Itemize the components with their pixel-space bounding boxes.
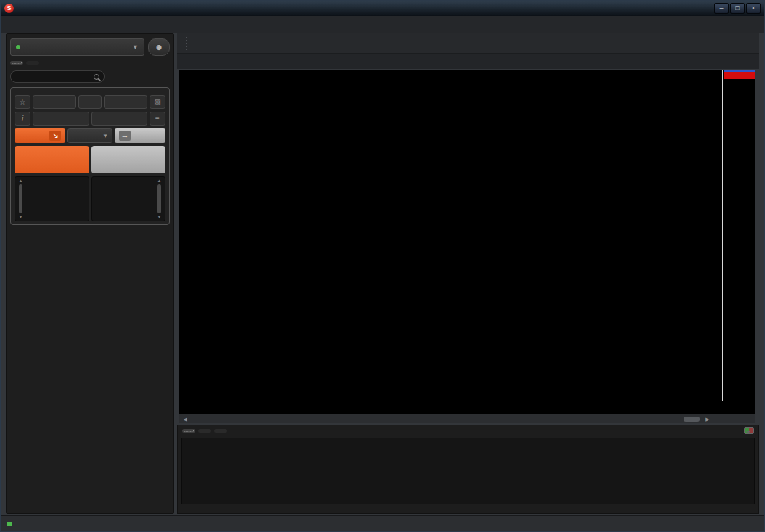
maximize-button[interactable]: □ — [730, 3, 745, 14]
buy-arrow-icon: → — [119, 131, 131, 141]
feedback-link[interactable] — [740, 427, 754, 434]
chevron-down-icon: ▼ — [102, 133, 108, 139]
sell-button[interactable]: ↘ — [15, 128, 65, 143]
scrollbar-thumb[interactable] — [684, 417, 700, 422]
close-button[interactable]: × — [746, 3, 761, 14]
chevron-down-icon: ▼ — [132, 44, 139, 51]
buy-price-button[interactable] — [91, 146, 166, 173]
scroll-right-icon[interactable]: ▶ — [703, 415, 713, 423]
chart-tab-bar — [177, 54, 759, 69]
ladder-scrollbar[interactable]: ▲▼ — [17, 179, 24, 219]
buy-button[interactable]: → — [115, 128, 165, 143]
chart-plot[interactable] — [179, 70, 723, 401]
candlestick-chart — [179, 70, 723, 401]
account-status-icon — [16, 45, 20, 49]
status-bar — [0, 515, 765, 532]
favorite-star-icon[interactable]: ☆ — [15, 95, 30, 109]
info-icon[interactable]: i — [15, 112, 30, 126]
chart-toolbar — [177, 33, 759, 54]
symbol-search[interactable] — [10, 70, 105, 83]
positions-panel — [177, 425, 759, 514]
spread — [78, 95, 101, 109]
sell-limit-button[interactable] — [33, 112, 89, 126]
session-status-icon — [7, 522, 12, 526]
titlebar: S – □ × — [0, 0, 765, 16]
tab-deals[interactable] — [214, 429, 227, 433]
tab-symbols[interactable] — [10, 61, 23, 65]
positions-table — [181, 438, 755, 504]
mini-chart-icon[interactable]: ▨ — [150, 95, 165, 109]
time-axis[interactable] — [179, 402, 723, 413]
search-input[interactable] — [15, 73, 94, 81]
depth-ladder-buy: ▲▼ — [91, 176, 166, 221]
appbar — [0, 16, 765, 33]
account-user-button[interactable]: ☻ — [148, 38, 170, 56]
symbol-detail-panel: ☆ ▨ i ≡ ↘ ▼ → — [10, 87, 170, 225]
sell-price-button[interactable] — [15, 146, 89, 173]
fxpro-logo-icon: S — [4, 4, 14, 13]
tab-orders[interactable] — [198, 429, 211, 433]
buy-limit-button[interactable] — [91, 112, 148, 126]
account-selector[interactable]: ▼ — [10, 38, 144, 56]
day-high — [104, 95, 147, 109]
account-summary — [182, 441, 754, 446]
volume-select[interactable]: ▼ — [68, 128, 112, 143]
order-list-icon[interactable]: ≡ — [150, 112, 165, 126]
tab-favorites[interactable] — [26, 61, 39, 65]
search-icon — [94, 74, 99, 80]
current-price-tag — [724, 70, 755, 79]
ladder-scrollbar[interactable]: ▲▼ — [156, 179, 163, 219]
day-low — [33, 95, 76, 109]
market-watch-panel: ▼ ☻ ☆ ▨ i — [6, 33, 174, 514]
price-axis[interactable] — [724, 70, 755, 401]
chart-area[interactable]: ◀ ▶ — [179, 70, 755, 423]
minimize-button[interactable]: – — [714, 3, 729, 14]
sell-arrow-icon: ↘ — [49, 131, 61, 141]
depth-ladder-sell: ▲▼ — [15, 176, 89, 221]
chart-scrollbar[interactable]: ◀ ▶ — [179, 414, 755, 423]
feedback-icon — [744, 427, 754, 434]
tab-positions[interactable] — [182, 429, 195, 433]
scroll-left-icon[interactable]: ◀ — [180, 415, 190, 423]
